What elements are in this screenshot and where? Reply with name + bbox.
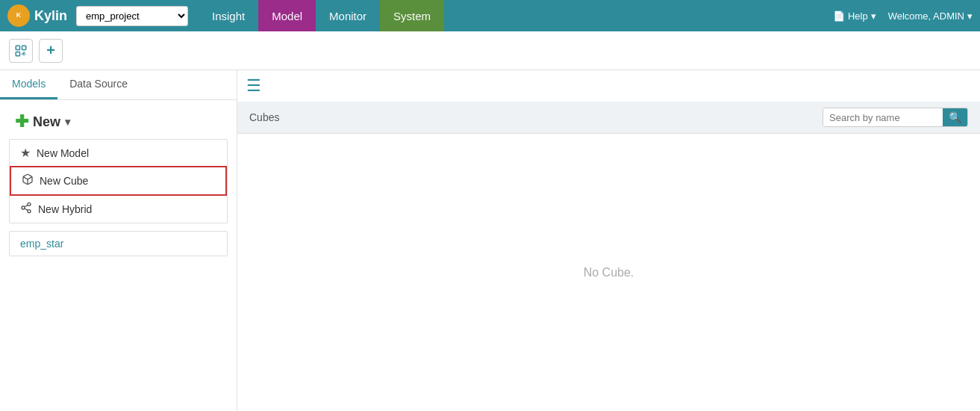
hamburger-icon[interactable]: ☰ <box>246 76 261 96</box>
star-icon: ★ <box>20 146 31 160</box>
tabs-row: Models Data Source <box>0 70 237 100</box>
svg-point-8 <box>28 210 31 213</box>
svg-rect-4 <box>16 52 19 55</box>
svg-point-7 <box>22 206 25 209</box>
new-hybrid-item[interactable]: New Hybrid <box>10 196 227 223</box>
svg-line-9 <box>25 208 28 211</box>
tab-data-source[interactable]: Data Source <box>57 70 140 99</box>
search-box: 🔍 <box>823 108 968 127</box>
nav-link-model[interactable]: Model <box>258 0 316 31</box>
new-button-label: New <box>33 114 60 130</box>
nav-link-insight[interactable]: Insight <box>199 0 258 31</box>
dropdown-menu: ★ New Model New Cube <box>9 139 228 223</box>
new-btn-container: ✚ New ▾ <box>0 100 237 137</box>
plus-icon: + <box>46 42 55 59</box>
svg-line-10 <box>25 205 28 207</box>
new-cube-item[interactable]: New Cube <box>10 166 227 196</box>
brand-logo: K <box>7 4 30 27</box>
svg-rect-2 <box>16 46 19 49</box>
brand: K Kylin <box>7 4 67 27</box>
right-toolbar: ☰ <box>237 70 980 102</box>
new-cube-label: New Cube <box>40 175 88 187</box>
brand-name: Kylin <box>34 8 67 24</box>
new-plus-icon: ✚ <box>15 112 28 132</box>
search-icon: 🔍 <box>949 111 961 123</box>
nav-link-system[interactable]: System <box>380 0 444 31</box>
nav-link-monitor[interactable]: Monitor <box>316 0 380 31</box>
add-icon-button[interactable]: + <box>39 39 63 63</box>
right-panel: ☰ Cubes 🔍 No Cube. <box>237 70 980 411</box>
help-caret-icon: ▾ <box>871 10 876 22</box>
help-icon: 📄 <box>833 10 845 22</box>
tab-models[interactable]: Models <box>0 70 57 99</box>
nav-links: Insight Model Monitor System <box>199 0 444 31</box>
cube-icon <box>22 173 34 188</box>
help-button[interactable]: 📄 Help ▾ <box>833 10 876 22</box>
welcome-caret-icon: ▾ <box>967 10 973 22</box>
svg-text:K: K <box>16 11 22 19</box>
new-caret-icon: ▾ <box>65 116 70 128</box>
model-item-emp-star[interactable]: emp_star <box>10 232 227 256</box>
cubes-title: Cubes <box>249 111 279 123</box>
main-layout: Models Data Source ✚ New ▾ ★ New Model <box>0 70 980 411</box>
new-hybrid-label: New Hybrid <box>38 203 92 215</box>
model-list: emp_star <box>9 231 228 256</box>
new-model-item[interactable]: ★ New Model <box>10 140 227 166</box>
top-nav: K Kylin emp_project Insight Model Monito… <box>0 0 980 31</box>
settings-icon-button[interactable] <box>9 39 33 63</box>
nav-right: 📄 Help ▾ Welcome, ADMIN ▾ <box>833 10 973 22</box>
svg-point-6 <box>28 203 31 206</box>
no-cube-message: No Cube. <box>237 134 980 411</box>
search-input[interactable] <box>823 109 943 126</box>
new-model-label: New Model <box>37 147 89 159</box>
hybrid-icon <box>20 202 32 217</box>
new-button[interactable]: ✚ New ▾ <box>9 109 76 135</box>
left-panel: Models Data Source ✚ New ▾ ★ New Model <box>0 70 237 411</box>
svg-rect-3 <box>22 46 26 49</box>
cubes-header: Cubes 🔍 <box>237 102 980 134</box>
search-button[interactable]: 🔍 <box>943 108 967 126</box>
project-selector[interactable]: emp_project <box>76 6 188 26</box>
welcome-button[interactable]: Welcome, ADMIN ▾ <box>888 10 973 22</box>
toolbar-row: + <box>0 31 980 70</box>
